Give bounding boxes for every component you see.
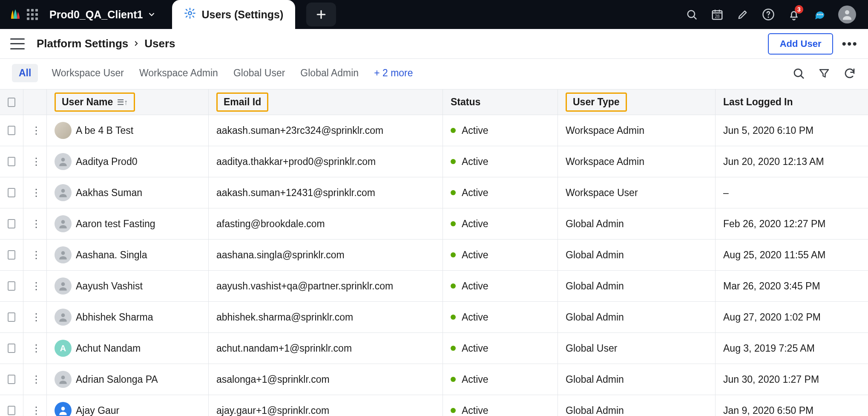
cell-user-name[interactable]: Aaron test Fasting	[47, 208, 209, 240]
cell-user-name[interactable]: AAchut Nandam	[47, 333, 209, 364]
add-user-button[interactable]: Add User	[768, 33, 834, 55]
user-avatar	[55, 246, 72, 263]
col-user-name[interactable]: User Name☰↑	[47, 90, 209, 115]
row-actions-menu[interactable]: ⋮	[31, 404, 41, 416]
menu-toggle[interactable]	[10, 38, 25, 49]
row-actions-menu[interactable]: ⋮	[31, 280, 41, 292]
cell-actions[interactable]: ⋮	[23, 177, 47, 208]
cell-actions[interactable]: ⋮	[23, 115, 47, 146]
cell-select[interactable]	[0, 302, 23, 333]
workspace-switcher[interactable]: Prod0_QA_Client1	[43, 9, 162, 21]
row-actions-menu[interactable]: ⋮	[31, 311, 41, 323]
crumb-root[interactable]: Platform Settings	[37, 37, 128, 50]
row-checkbox[interactable]	[8, 281, 15, 291]
new-tab-button[interactable]	[306, 3, 336, 26]
filter-workspace-user[interactable]: Workspace User	[50, 64, 126, 82]
row-actions-menu[interactable]: ⋮	[31, 156, 41, 168]
edit-icon[interactable]	[736, 8, 750, 21]
row-actions-menu[interactable]: ⋮	[31, 187, 41, 199]
row-actions-menu[interactable]: ⋮	[31, 342, 41, 354]
row-actions-menu[interactable]: ⋮	[31, 249, 41, 261]
cell-email: aashana.singla@sprinklr.com	[209, 240, 443, 271]
apps-grid-icon[interactable]	[26, 9, 38, 20]
filter-more[interactable]: + 2 more	[372, 64, 414, 82]
checkbox[interactable]	[8, 98, 15, 107]
filter-all[interactable]: All	[12, 64, 38, 82]
user-type: Global Admin	[566, 280, 624, 292]
col-last-login[interactable]: Last Logged In	[716, 90, 868, 115]
refresh-icon[interactable]	[843, 67, 856, 80]
filter-icon[interactable]	[818, 67, 831, 80]
cell-select[interactable]	[0, 364, 23, 395]
row-checkbox[interactable]	[8, 406, 15, 415]
cell-select[interactable]	[0, 271, 23, 302]
search-icon[interactable]	[685, 8, 698, 21]
col-select-all[interactable]	[0, 90, 23, 115]
row-checkbox[interactable]	[8, 250, 15, 260]
cell-user-name[interactable]: Aashana. Singla	[47, 240, 209, 271]
cell-actions[interactable]: ⋮	[23, 208, 47, 240]
row-checkbox[interactable]	[8, 344, 15, 353]
cell-user-name[interactable]: Abhishek Sharma	[47, 302, 209, 333]
cell-user-name[interactable]: Aaditya Prod0	[47, 146, 209, 177]
row-checkbox[interactable]	[8, 126, 15, 135]
row-actions-menu[interactable]: ⋮	[31, 124, 41, 136]
cell-select[interactable]	[0, 240, 23, 271]
cell-select[interactable]	[0, 146, 23, 177]
active-tab-label: Users (Settings)	[202, 9, 284, 21]
svg-point-0	[188, 12, 191, 14]
cell-actions[interactable]: ⋮	[23, 240, 47, 271]
help-icon[interactable]	[762, 8, 775, 21]
row-actions-menu[interactable]: ⋮	[31, 373, 41, 385]
status-text: Active	[462, 187, 489, 199]
col-email[interactable]: Email Id	[209, 90, 443, 115]
row-checkbox[interactable]	[8, 375, 15, 384]
filter-workspace-admin[interactable]: Workspace Admin	[138, 64, 220, 82]
row-checkbox[interactable]	[8, 312, 15, 322]
more-actions-button[interactable]: •••	[842, 37, 858, 51]
user-email: abhishek.sharma@sprinklr.com	[216, 312, 353, 323]
notifications-icon[interactable]: 3	[787, 8, 801, 21]
cell-select[interactable]	[0, 395, 23, 416]
cell-user-name[interactable]: Aayush Vashist	[47, 271, 209, 302]
app-logo[interactable]	[8, 8, 21, 21]
calendar-icon[interactable]: 28	[710, 8, 724, 21]
tab-users-settings[interactable]: Users (Settings)	[172, 0, 296, 29]
row-checkbox[interactable]	[8, 219, 15, 228]
cell-last-login: Jun 30, 2020 1:27 PM	[716, 364, 868, 395]
cell-select[interactable]	[0, 177, 23, 208]
cell-select[interactable]	[0, 208, 23, 240]
table-search-icon[interactable]	[792, 67, 805, 80]
cell-select[interactable]	[0, 333, 23, 364]
col-user-type[interactable]: User Type	[558, 90, 716, 115]
cell-actions[interactable]: ⋮	[23, 395, 47, 416]
cell-email: ajay.gaur+1@sprinklr.com	[209, 395, 443, 416]
subbar: Platform Settings Users Add User •••	[0, 29, 868, 59]
cell-actions[interactable]: ⋮	[23, 364, 47, 395]
svg-point-7	[819, 14, 821, 15]
cell-user-name[interactable]: Ajay Gaur	[47, 395, 209, 416]
cell-user-name[interactable]: Aakhas Suman	[47, 177, 209, 208]
cell-last-login: Jun 20, 2020 12:13 AM	[716, 146, 868, 177]
user-name: Aayush Vashist	[76, 280, 143, 292]
cell-select[interactable]	[0, 115, 23, 146]
row-checkbox[interactable]	[8, 188, 15, 197]
cell-actions[interactable]: ⋮	[23, 302, 47, 333]
profile-avatar[interactable]	[838, 6, 856, 23]
filter-global-user[interactable]: Global User	[232, 64, 287, 82]
cell-user-name[interactable]: Adrian Salonga PA	[47, 364, 209, 395]
cell-actions[interactable]: ⋮	[23, 271, 47, 302]
user-avatar	[55, 277, 72, 295]
filter-global-admin[interactable]: Global Admin	[299, 64, 360, 82]
cell-user-type: Global Admin	[558, 364, 716, 395]
row-checkbox[interactable]	[8, 157, 15, 166]
topbar-right: 28 3	[685, 6, 868, 23]
cell-user-name[interactable]: A be 4 B Test	[47, 115, 209, 146]
chat-icon[interactable]	[813, 8, 826, 21]
cell-actions[interactable]: ⋮	[23, 333, 47, 364]
row-actions-menu[interactable]: ⋮	[31, 218, 41, 230]
col-status[interactable]: Status	[443, 90, 558, 115]
svg-point-17	[61, 376, 65, 379]
status-dot-icon	[451, 159, 456, 164]
cell-actions[interactable]: ⋮	[23, 146, 47, 177]
